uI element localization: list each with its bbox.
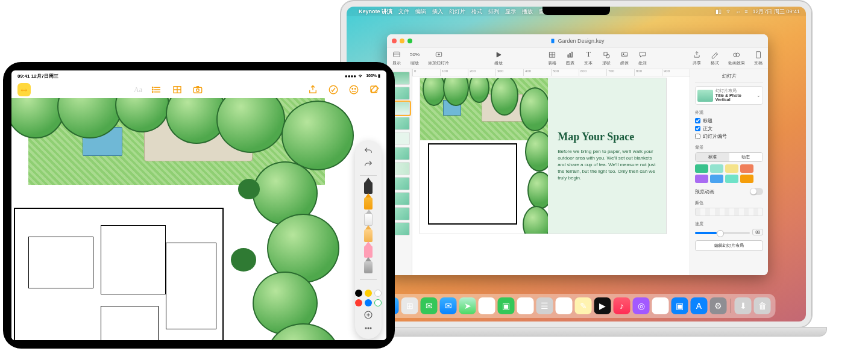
menu-view[interactable]: 显示 [505,8,516,16]
dock-contacts[interactable]: ☰ [536,297,553,314]
dock-downloads[interactable]: ⬇ [735,297,752,314]
dock-appstore[interactable]: A [691,297,708,314]
checkbox-body[interactable]: 正文 [695,125,763,132]
swatch[interactable] [725,164,738,173]
ruler-tool[interactable] [364,261,373,273]
dock-mail[interactable]: ✉ [440,297,457,314]
swatch[interactable] [740,175,753,183]
menu-format[interactable]: 格式 [471,8,482,16]
color-red[interactable] [355,299,362,306]
toolbar-comment[interactable]: 批注 [638,51,647,66]
dock-trash[interactable]: 🗑 [754,297,771,314]
layout-picker[interactable]: 幻灯片布局 Title & Photo Vertical ⌄ [695,86,763,105]
toolbar-shape[interactable]: 形状 [602,51,611,66]
toolbar-text[interactable]: T 文本 [583,51,593,66]
color-yellow[interactable] [365,290,372,297]
text-style-button[interactable]: Aa [134,85,142,95]
keynote-window: Garden Design.key 显示 50% 缩放 添加幻灯片 [387,34,768,275]
svg-rect-15 [622,52,627,56]
dock-reminders[interactable]: ☑ [556,297,573,314]
crayon-tool[interactable] [364,229,373,241]
toolbar-add-slide[interactable]: 添加幻灯片 [428,51,449,66]
markup-icon[interactable] [327,84,339,96]
app-menu[interactable]: Keynote 讲演 [359,8,392,16]
swatch[interactable] [740,164,753,173]
inspector-tab[interactable]: 幻灯片 [695,73,763,82]
control-center-icon[interactable]: ≡ [744,8,747,14]
swatch[interactable] [710,175,723,183]
emoji-icon[interactable] [348,84,360,96]
share-icon[interactable] [307,84,319,96]
menu-file[interactable]: 文件 [398,8,409,16]
menu-slide[interactable]: 幻灯片 [449,8,465,16]
toolbar-play[interactable]: 播放 [494,51,503,66]
camera-icon[interactable] [192,84,204,96]
edit-layout-button[interactable]: 编辑幻灯片布局 [695,240,763,251]
toolbar-format[interactable]: 格式 [710,51,720,66]
dock-keynote[interactable]: ▣ [671,297,688,314]
dock-facetime[interactable]: ▣ [498,297,515,314]
dock-maps[interactable]: ➤ [459,297,476,314]
color-black[interactable] [355,290,362,297]
menu-play[interactable]: 播放 [522,8,533,16]
dock-podcasts[interactable]: ◎ [633,297,650,314]
slide-body[interactable]: Before we bring pen to paper, we'll walk… [558,148,656,182]
dock-notes[interactable]: ✎ [575,297,592,314]
dock-messages[interactable]: ✉ [421,297,438,314]
slide[interactable]: Map Your Space Before we bring pen to pa… [420,78,667,234]
status-time: 09:41 [17,73,30,79]
list-icon[interactable] [151,84,163,96]
toolbar-table[interactable]: 表格 [547,51,557,66]
marker-tool[interactable] [364,197,373,210]
preview-toggle[interactable] [750,188,763,195]
swatch[interactable] [695,164,708,173]
markup-canvas[interactable] [11,98,386,340]
wifi-icon: ᯤ [359,73,363,79]
eraser-tool[interactable] [364,246,373,258]
color-blue[interactable] [365,299,372,306]
toolbar-media[interactable]: 媒体 [620,51,629,66]
markup-resize-icon[interactable]: ⤢ [17,83,31,96]
menu-insert[interactable]: 插入 [432,8,443,16]
dock-tv[interactable]: ▶ [594,297,611,314]
color-green-selected[interactable] [374,299,382,306]
redo-icon[interactable] [361,160,376,169]
toolbar-document[interactable]: 文稿 [753,51,763,66]
speed-slider[interactable] [695,232,750,234]
toolbar-animate[interactable]: 动画效果 [728,51,745,66]
slide-canvas-area[interactable]: 0100200300400500600700800900 [412,69,690,275]
swatch[interactable] [710,164,723,173]
compose-icon[interactable] [368,84,380,96]
color-white[interactable] [374,290,382,297]
background-segmented[interactable]: 标准 动态 [695,152,763,162]
speed-value[interactable]: 88 [752,229,763,235]
dock-photos[interactable]: ✿ [479,297,495,314]
pencil-tool[interactable] [364,213,373,226]
toolbar-view[interactable]: 显示 [392,51,401,66]
dock-settings[interactable]: ⚙ [710,297,727,314]
checkbox-number[interactable]: 幻灯片编号 [695,133,763,140]
undo-icon[interactable] [361,146,376,156]
toolbar-zoom[interactable]: 50% 缩放 [410,51,420,66]
color-track[interactable] [695,208,763,216]
menubar-clock[interactable]: 12月7日 周三 09:41 [752,8,800,16]
add-icon[interactable] [361,310,376,320]
toolbar-share[interactable]: 共享 [692,51,702,66]
background-swatches[interactable] [695,164,763,183]
slide-heading[interactable]: Map Your Space [558,131,656,143]
menu-edit[interactable]: 编辑 [415,8,426,16]
pen-tool[interactable] [364,182,373,194]
slide-text-block[interactable]: Map Your Space Before we bring pen to pa… [548,78,666,234]
dock-launchpad[interactable]: ⊞ [401,297,418,314]
dock-music[interactable]: ♪ [614,297,631,314]
toolbar-chart[interactable]: 图表 [565,51,575,66]
swatch[interactable] [695,175,708,183]
table-icon[interactable] [171,84,183,96]
dock-calendar[interactable]: 7 [517,297,534,314]
menu-arrange[interactable]: 排列 [488,8,499,16]
more-icon[interactable] [361,323,376,333]
swatch[interactable] [725,175,738,183]
checkbox-title[interactable]: 标题 [695,117,763,124]
dock-safari[interactable]: ✦ [652,297,669,314]
search-icon[interactable]: ⌕ [737,8,740,14]
